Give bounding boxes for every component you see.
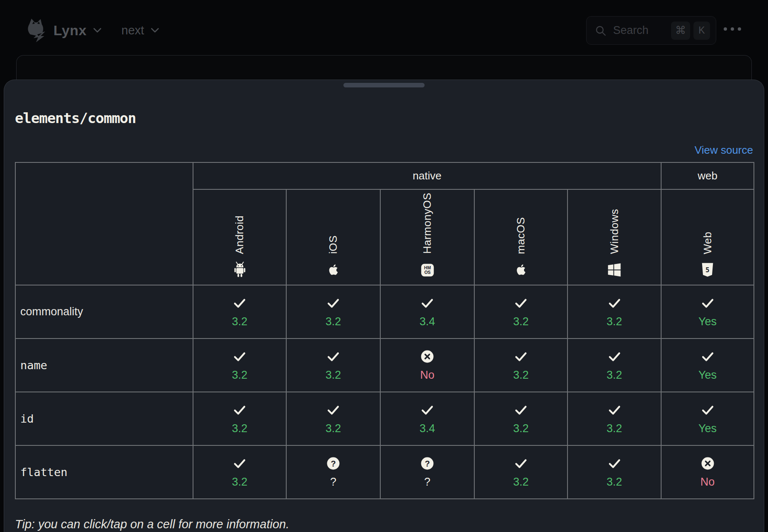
cell-value: 3.4 <box>420 423 435 434</box>
cell-value: 3.2 <box>513 316 529 327</box>
compat-cell-name-macos[interactable]: 3.2 <box>474 339 568 392</box>
view-source-link[interactable]: View source <box>695 144 753 156</box>
compat-cell-flatten-harmonyos[interactable]: ? ? <box>380 445 474 499</box>
compat-cell-flatten-android[interactable]: 3.2 <box>193 445 286 499</box>
row-label-text: name <box>16 359 47 372</box>
compat-cell-id-harmonyos[interactable]: 3.4 <box>380 392 474 445</box>
column-header-ios: iOS <box>286 189 380 285</box>
check-icon <box>701 403 715 417</box>
cell-value: 3.2 <box>513 370 529 381</box>
command-key-badge: ⌘ <box>671 22 690 40</box>
compat-cell-name-web[interactable]: Yes <box>661 339 754 392</box>
cell-value: 3.2 <box>606 316 622 327</box>
compat-cell-name-harmonyos[interactable]: No <box>380 339 474 392</box>
row-label-commonality: commonality <box>15 285 193 339</box>
search-icon <box>595 25 606 36</box>
compat-cell-name-ios[interactable]: 3.2 <box>286 339 380 392</box>
svg-text:?: ? <box>331 459 336 468</box>
column-label: Web <box>701 232 714 254</box>
check-icon <box>233 350 246 363</box>
x-circle-icon <box>420 350 434 363</box>
table-row: commonality 3.2 3.2 3.4 3.2 3.2 Yes <box>15 285 754 339</box>
table-row: id 3.2 3.2 3.4 3.2 3.2 Yes <box>15 392 754 445</box>
tip-text: Tip: you can click/tap on a cell for mor… <box>15 517 753 531</box>
group-header-web: web <box>661 162 754 189</box>
harmonyos-icon: HM OS <box>420 261 435 278</box>
column-label: HarmonyOS <box>421 193 434 254</box>
compat-cell-name-android[interactable]: 3.2 <box>193 339 286 392</box>
windows-icon <box>607 261 622 278</box>
cell-value: 3.4 <box>420 316 435 327</box>
group-header-native: native <box>193 162 661 189</box>
compat-cell-commonality-windows[interactable]: 3.2 <box>568 285 661 339</box>
apple-icon <box>326 261 341 278</box>
column-header-android: Android <box>193 189 286 285</box>
check-icon <box>420 403 434 417</box>
apple-icon <box>514 261 529 278</box>
row-label-text: id <box>16 412 34 425</box>
check-icon <box>514 296 528 310</box>
cell-value: Yes <box>698 370 717 381</box>
compat-cell-flatten-web[interactable]: No <box>661 445 754 499</box>
cell-value: 3.2 <box>606 476 622 488</box>
compat-cell-commonality-ios[interactable]: 3.2 <box>286 285 380 339</box>
check-icon <box>608 296 621 310</box>
search-box[interactable]: ⌘ K <box>586 16 716 45</box>
compat-cell-id-android[interactable]: 3.2 <box>193 392 286 445</box>
check-icon <box>326 350 340 363</box>
cell-value: 3.2 <box>232 370 248 381</box>
cell-value: 3.2 <box>326 316 341 327</box>
compat-cell-id-ios[interactable]: 3.2 <box>286 392 380 445</box>
compat-cell-flatten-macos[interactable]: 3.2 <box>474 445 568 499</box>
row-label-id: id <box>15 392 193 445</box>
check-icon <box>233 403 246 417</box>
compat-cell-commonality-macos[interactable]: 3.2 <box>474 285 568 339</box>
svg-text:5: 5 <box>705 266 710 274</box>
search-input[interactable] <box>612 24 668 37</box>
compat-cell-commonality-harmonyos[interactable]: 3.4 <box>380 285 474 339</box>
column-label: macOS <box>514 217 527 254</box>
brand-name[interactable]: Lynx <box>53 22 87 39</box>
chevron-down-icon[interactable] <box>150 27 160 34</box>
cell-value: 3.2 <box>513 423 529 434</box>
column-label: Windows <box>608 209 621 254</box>
compat-cell-id-macos[interactable]: 3.2 <box>474 392 568 445</box>
cell-value: Yes <box>698 423 717 434</box>
modal-title: elements/common <box>15 110 753 126</box>
table-corner-cell <box>15 162 193 285</box>
column-label: Android <box>233 215 246 254</box>
compat-cell-commonality-android[interactable]: 3.2 <box>193 285 286 339</box>
cell-value: 3.2 <box>606 370 622 381</box>
compat-cell-flatten-ios[interactable]: ? ? <box>286 445 380 499</box>
check-icon <box>326 403 340 417</box>
x-circle-icon <box>701 457 715 470</box>
android-icon <box>232 261 247 278</box>
compat-modal: elements/common View source nativewebAnd… <box>4 80 764 532</box>
compat-cell-id-web[interactable]: Yes <box>661 392 754 445</box>
cell-value: 3.2 <box>232 316 248 327</box>
compat-table: nativewebAndroid iOS HarmonyOS HM OS mac… <box>15 162 754 499</box>
compat-cell-commonality-web[interactable]: Yes <box>661 285 754 339</box>
row-label-flatten: flatten <box>15 445 193 499</box>
check-icon <box>514 403 528 417</box>
chevron-down-icon[interactable] <box>92 27 102 34</box>
cell-value: ? <box>330 476 336 488</box>
check-icon <box>608 457 621 470</box>
column-header-windows: Windows <box>568 189 661 285</box>
cell-value: ? <box>424 476 430 488</box>
more-menu-icon[interactable] <box>724 27 741 31</box>
check-icon <box>608 403 621 417</box>
compat-cell-name-windows[interactable]: 3.2 <box>568 339 661 392</box>
drag-handle[interactable] <box>343 83 425 87</box>
compat-cell-flatten-windows[interactable]: 3.2 <box>568 445 661 499</box>
lynx-logo-icon <box>24 17 47 43</box>
check-icon <box>701 350 715 363</box>
row-label-text: commonality <box>16 305 83 318</box>
compat-cell-id-windows[interactable]: 3.2 <box>568 392 661 445</box>
cell-value: Yes <box>698 316 717 327</box>
check-icon <box>326 296 340 310</box>
column-header-macos: macOS <box>474 189 568 285</box>
version-switcher[interactable]: next <box>121 24 144 37</box>
question-circle-icon: ? <box>326 457 340 470</box>
table-row: flatten 3.2 ? ? ? ? 3.2 3.2 No <box>15 445 754 499</box>
